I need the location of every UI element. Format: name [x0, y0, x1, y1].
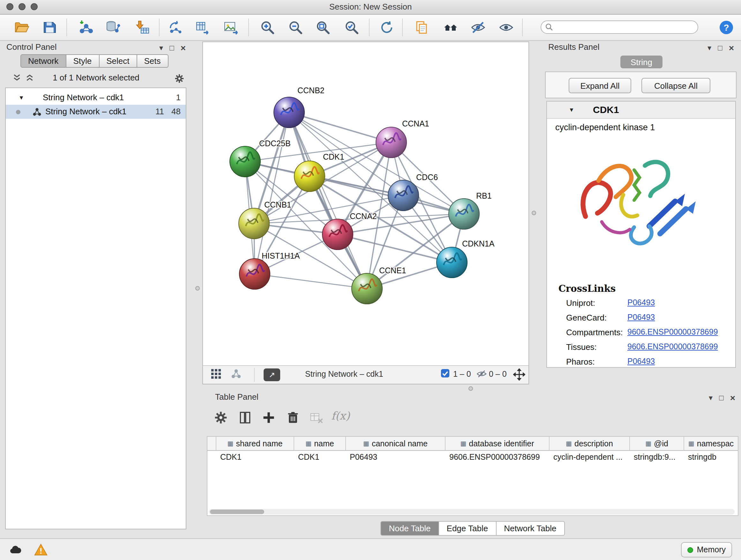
cell-namespace[interactable]: stringdb — [684, 451, 738, 464]
column-header[interactable]: ▦@id — [630, 437, 684, 450]
crosslink-link[interactable]: 9606.ENSP00000378699 — [627, 327, 718, 336]
crosslink-link[interactable]: P06493 — [627, 313, 655, 322]
delete-column-button[interactable] — [285, 409, 301, 426]
import-network-database-button[interactable] — [105, 19, 121, 36]
splitter-handle[interactable] — [532, 211, 536, 215]
panel-menu-icon[interactable]: ▾ — [709, 394, 713, 401]
hide-selected-button[interactable] — [470, 19, 486, 36]
panel-close-icon[interactable]: × — [730, 393, 735, 402]
panel-close-icon[interactable]: × — [729, 44, 734, 52]
show-all-button[interactable] — [498, 19, 515, 36]
panel-close-icon[interactable]: × — [181, 44, 186, 52]
network-edge[interactable] — [255, 112, 289, 274]
network-edge[interactable] — [255, 274, 367, 289]
grid-view-button[interactable] — [211, 368, 221, 379]
network-options-gear[interactable] — [174, 73, 183, 82]
network-edge[interactable] — [289, 112, 367, 289]
expand-all-button[interactable]: Expand All — [569, 78, 631, 93]
function-builder-button[interactable]: f(x) — [331, 409, 350, 422]
network-node-ccna1[interactable]: CCNA1 — [376, 119, 429, 158]
selected-checkbox[interactable] — [441, 368, 450, 378]
search-input[interactable] — [553, 22, 694, 32]
column-header[interactable]: ▦description — [549, 437, 630, 450]
cell-canonical-name[interactable]: P06493 — [346, 451, 446, 464]
tab-sets[interactable]: Sets — [137, 54, 168, 68]
network-collection-row[interactable]: ▼ String Network – cdk1 1 — [6, 91, 186, 105]
import-table-file-button[interactable] — [134, 19, 151, 36]
network-node-ccnb2[interactable]: CCNB2 — [274, 86, 325, 128]
warnings-button[interactable] — [33, 542, 49, 557]
cell-database-identifier[interactable]: 9606.ENSP00000378699 — [446, 451, 549, 464]
cell-id[interactable]: stringdb:9... — [630, 451, 684, 464]
network-node-cdk1[interactable]: CDK1 — [294, 152, 344, 192]
column-header[interactable]: ▦name — [294, 437, 346, 450]
export-table-button[interactable] — [195, 19, 211, 36]
panel-float-icon[interactable]: □ — [170, 44, 174, 52]
crosslink-row: Uniprot: P06493 — [547, 298, 735, 313]
column-header[interactable]: ▦shared name — [216, 437, 294, 450]
import-network-file-button[interactable] — [78, 19, 94, 36]
expander-icon[interactable]: ▼ — [18, 95, 24, 101]
panel-float-icon[interactable]: □ — [719, 394, 724, 401]
first-neighbors-button[interactable] — [442, 19, 459, 36]
open-session-button[interactable] — [13, 19, 30, 36]
tab-style[interactable]: Style — [66, 54, 99, 68]
duplicate-network-button[interactable] — [414, 19, 430, 36]
tab-network[interactable]: Network — [20, 54, 66, 68]
hidden-eye-icon[interactable] — [476, 368, 487, 379]
column-header[interactable]: ▦database identifier — [446, 437, 549, 450]
tab-select[interactable]: Select — [99, 54, 137, 68]
network-edge[interactable] — [289, 112, 391, 142]
network-node-hist1h1a[interactable]: HIST1H1A — [239, 251, 300, 289]
splitter-handle[interactable] — [195, 286, 200, 291]
zoom-in-button[interactable] — [259, 19, 276, 36]
panel-menu-icon[interactable]: ▾ — [159, 44, 163, 52]
network-row[interactable]: String Network – cdk1 11 48 — [6, 105, 186, 119]
show-columns-button[interactable] — [237, 409, 253, 426]
selected-counter: 1 – 0 — [453, 370, 471, 379]
delete-table-button[interactable] — [308, 409, 325, 426]
collapse-all-button[interactable]: Collapse All — [642, 78, 711, 93]
crosslink-link[interactable]: P06493 — [627, 357, 655, 366]
tab-network-table[interactable]: Network Table — [496, 521, 564, 536]
zoom-selected-button[interactable] — [343, 19, 360, 36]
column-header[interactable]: ▦canonical name — [346, 437, 446, 450]
network-share-button[interactable] — [231, 368, 241, 379]
protein-card-header[interactable]: ▼ CDK1 — [547, 102, 735, 119]
toolbar-search[interactable] — [541, 20, 698, 34]
export-image-button[interactable] — [223, 19, 239, 36]
column-header[interactable]: ▦namespac — [684, 437, 738, 450]
table-row[interactable]: CDK1 CDK1 P06493 9606.ENSP00000378699 cy… — [207, 451, 738, 464]
save-session-button[interactable] — [42, 19, 58, 36]
refresh-view-button[interactable] — [379, 19, 395, 36]
add-column-button[interactable] — [260, 409, 277, 426]
splitter-handle[interactable] — [468, 386, 473, 391]
zoom-out-button[interactable] — [287, 19, 304, 36]
panel-float-icon[interactable]: □ — [718, 44, 723, 52]
memory-button[interactable]: Memory — [681, 542, 732, 557]
cell-description[interactable]: cyclin-dependent ... — [549, 451, 630, 464]
scrollbar-thumb[interactable] — [210, 509, 264, 514]
network-node-cdkn1a[interactable]: CDKN1A — [436, 239, 495, 278]
cell-shared-name[interactable]: CDK1 — [216, 451, 294, 464]
pan-mode-button[interactable] — [513, 368, 525, 381]
birdseye-view-button[interactable]: ↗ — [264, 368, 280, 381]
crosslink-link[interactable]: P06493 — [627, 298, 655, 307]
network-from-selection-button[interactable] — [167, 19, 184, 36]
tab-edge-table[interactable]: Edge Table — [439, 521, 496, 536]
help-button[interactable]: ? — [718, 19, 735, 36]
cloud-status-button[interactable] — [8, 542, 23, 557]
network-node-rb1[interactable]: RB1 — [449, 191, 492, 229]
zoom-fit-button[interactable] — [315, 19, 331, 36]
cell-name[interactable]: CDK1 — [294, 451, 346, 464]
collapse-section-icon[interactable]: ▼ — [569, 107, 575, 113]
network-node-ccnb1[interactable]: CCNB1 — [239, 200, 291, 239]
crosslink-link[interactable]: 9606.ENSP00000378699 — [627, 342, 718, 351]
network-canvas[interactable]: CCNB2CCNA1CDC25BCDK1CDC6RB1CCNB1CCNA2CDK… — [203, 42, 530, 367]
tab-node-table[interactable]: Node Table — [381, 521, 439, 536]
table-settings-button[interactable] — [212, 409, 229, 426]
panel-menu-icon[interactable]: ▾ — [708, 44, 711, 52]
network-node-cdc25b[interactable]: CDC25B — [230, 139, 291, 177]
horizontal-scrollbar[interactable] — [209, 509, 735, 515]
tab-string[interactable]: String — [620, 56, 663, 68]
